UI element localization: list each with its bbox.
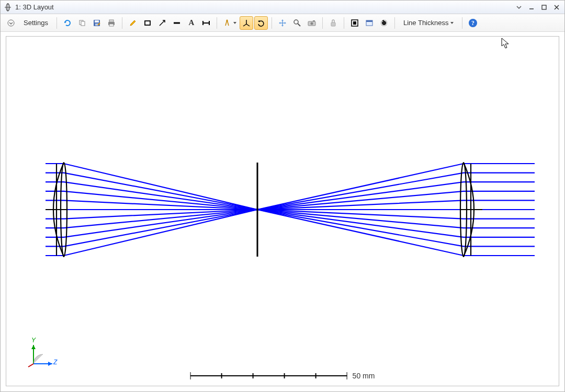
maximize-button[interactable] (538, 2, 550, 13)
separator (322, 17, 323, 29)
axis-gizmo: Y Z (27, 339, 59, 370)
line-thickness-dropdown[interactable]: Line Thickness (399, 16, 458, 30)
svg-text:?: ? (471, 19, 474, 27)
pan-button[interactable] (276, 16, 289, 30)
toolbar: Settings A (1, 14, 564, 32)
svg-rect-7 (81, 21, 85, 26)
reset-view-button[interactable] (377, 16, 391, 30)
separator (122, 17, 122, 29)
fit-button[interactable] (348, 16, 361, 30)
svg-line-25 (298, 24, 300, 26)
svg-rect-13 (109, 24, 114, 26)
compass-button[interactable] (221, 16, 239, 30)
svg-rect-4 (542, 5, 546, 9)
text-icon: A (189, 18, 195, 27)
viewport[interactable]: Y Z 50 mm (6, 36, 559, 386)
svg-line-23 (246, 24, 250, 26)
arrow-button[interactable] (155, 16, 169, 30)
text-button[interactable]: A (185, 16, 198, 30)
separator (344, 17, 344, 29)
gizmo-z-label: Z (53, 359, 57, 366)
titlebar: 1: 3D Layout (1, 1, 564, 14)
svg-rect-29 (331, 22, 335, 26)
separator (394, 17, 395, 29)
refresh-button[interactable] (61, 16, 74, 30)
viewport-container: Y Z 50 mm (1, 32, 564, 391)
settings-label: Settings (24, 19, 48, 27)
svg-point-5 (8, 20, 14, 26)
svg-rect-14 (145, 21, 150, 25)
svg-rect-31 (353, 21, 356, 25)
app-window: 1: 3D Layout Settings (0, 0, 565, 392)
dropdown-arrow-icon[interactable] (513, 2, 525, 13)
scale-bar: 50 mm (190, 371, 375, 381)
zoom-button[interactable] (290, 16, 304, 30)
separator (272, 17, 272, 29)
print-button[interactable] (105, 16, 118, 30)
app-icon (4, 3, 12, 11)
scale-label: 50 mm (353, 372, 375, 380)
pencil-button[interactable] (126, 16, 140, 30)
separator (462, 17, 462, 29)
help-button[interactable]: ? (466, 16, 480, 30)
optical-layout-diagram (6, 37, 559, 386)
dimension-button[interactable] (199, 16, 213, 30)
rotate-button[interactable] (254, 16, 268, 30)
separator (217, 17, 217, 29)
svg-rect-33 (366, 20, 372, 22)
svg-line-22 (243, 24, 246, 26)
svg-point-24 (294, 20, 298, 24)
svg-rect-9 (95, 20, 99, 22)
settings-button[interactable]: Settings (19, 16, 53, 30)
rectangle-button[interactable] (141, 16, 154, 30)
copy-button[interactable] (75, 16, 89, 30)
separator (56, 17, 57, 29)
svg-line-15 (160, 21, 164, 26)
save-button[interactable] (90, 16, 104, 30)
collapse-button[interactable] (4, 16, 18, 30)
line-thickness-label: Line Thickness (403, 19, 448, 27)
gizmo-y-label: Y (31, 337, 36, 344)
window-button[interactable] (363, 16, 376, 30)
minimize-button[interactable] (526, 2, 537, 13)
window-title: 1: 3D Layout (15, 3, 54, 11)
svg-rect-11 (109, 20, 114, 22)
svg-rect-28 (313, 20, 315, 21)
close-button[interactable] (551, 2, 562, 13)
camera-button[interactable] (305, 16, 319, 30)
line-button[interactable] (170, 16, 184, 30)
axes3d-button[interactable] (240, 16, 253, 30)
lock-button[interactable] (326, 16, 340, 30)
svg-point-20 (226, 19, 228, 21)
svg-point-27 (310, 22, 313, 25)
